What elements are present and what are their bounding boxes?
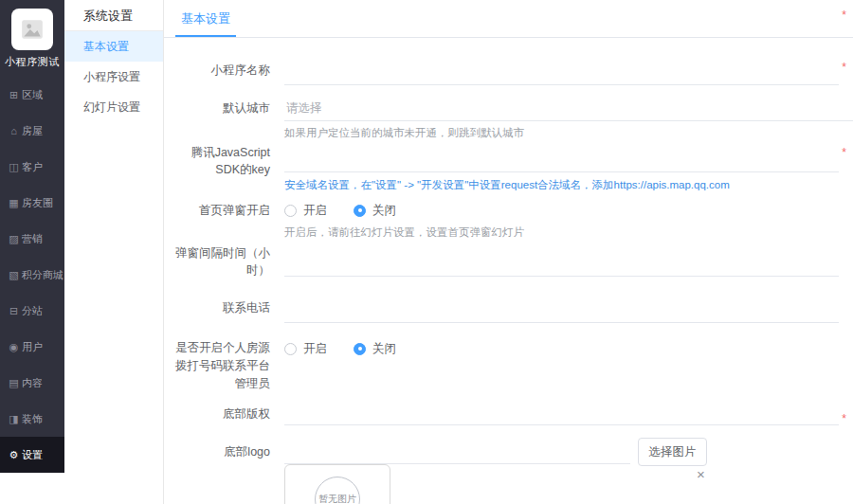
sidebar-item-substation[interactable]: ⊟ 分站 — [0, 293, 64, 329]
radio-label: 关闭 — [372, 203, 396, 219]
field-label: 联系电话 — [172, 298, 270, 317]
sidebar-item-house[interactable]: ⌂ 房屋 — [0, 113, 64, 149]
form-row-sdk-key: 腾讯JavaScript SDK的key 安全域名设置，在"设置" -> "开发… — [164, 144, 853, 188]
tab-bar: 基本设置 * — [164, 0, 853, 38]
sidebar-item-customer[interactable]: ◫ 客户 — [0, 149, 64, 185]
radio-personal-off[interactable]: 关闭 — [354, 341, 396, 357]
form-row-popup-interval: 弹窗间隔时间（小时） — [164, 244, 853, 279]
radio-checked-icon — [354, 343, 366, 355]
logo-upload-placeholder[interactable]: 暂无图片 — [284, 464, 390, 504]
submenu-item-slideshow-settings[interactable]: 幻灯片设置 — [64, 92, 163, 122]
radio-unchecked-icon — [284, 205, 297, 217]
tab-basic-settings[interactable]: 基本设置 — [175, 0, 236, 37]
remove-image-icon[interactable]: × — [697, 467, 705, 481]
substation-icon: ⊟ — [8, 305, 20, 317]
marketing-icon: ▨ — [8, 233, 20, 245]
sidebar-item-label: 客户 — [22, 160, 43, 174]
sidebar-item-label: 内容 — [22, 376, 43, 390]
sidebar-item-points-mall[interactable]: ▧ 积分商城 — [0, 257, 64, 293]
radio-label: 关闭 — [372, 341, 396, 357]
points-mall-icon: ▧ — [8, 269, 20, 281]
avatar — [11, 9, 53, 50]
sidebar-item-label: 积分商城 — [22, 268, 64, 282]
sidebar-item-label: 区域 — [22, 88, 43, 102]
required-mark: * — [842, 61, 846, 74]
field-help-link: 安全域名设置，在"设置" -> "开发设置"中设置request合法域名，添加h… — [284, 178, 730, 191]
decoration-icon: ◨ — [8, 413, 20, 425]
settings-icon: ⚙ — [8, 449, 20, 461]
form-row-logo-preview: 暂无图片 × — [164, 464, 853, 504]
form-row-personal-listing-call: 是否开启个人房源拨打号码联系平台管理员 开启 关闭 — [164, 339, 853, 394]
radio-label: 开启 — [303, 341, 327, 357]
housing-circle-icon: ▦ — [8, 197, 20, 209]
region-icon: ⊞ — [8, 89, 20, 101]
sidebar-item-content[interactable]: ▤ 内容 — [0, 365, 64, 401]
house-icon: ⌂ — [8, 125, 20, 136]
footer-copyright-input[interactable] — [284, 405, 839, 425]
brand-name: 小程序测试 — [0, 55, 64, 69]
sidebar-item-label: 营销 — [22, 232, 43, 246]
form-row-default-city: 默认城市 请选择 ▾ 如果用户定位当前的城市未开通，则跳到默认城市 — [164, 95, 853, 142]
radio-unchecked-icon — [284, 343, 297, 355]
photo-icon — [20, 17, 45, 42]
sidebar-item-housing-circle[interactable]: ▦ 房友圈 — [0, 185, 64, 221]
sidebar-item-user[interactable]: ◉ 用户 — [0, 329, 64, 365]
form-row-home-popup: 首页弹窗开启 开启 关闭 开启后，请前往幻灯片设置，设置首页弹窗幻灯片 — [164, 201, 853, 243]
form-row-app-name: 小程序名称 * — [164, 55, 853, 87]
sidebar-menu: ⊞ 区域 ⌂ 房屋 ◫ 客户 ▦ 房友圈 ▨ 营销 ▧ 积分商城 — [0, 77, 64, 473]
sidebar-item-decoration[interactable]: ◨ 装饰 — [0, 401, 64, 437]
footer-logo-input[interactable] — [284, 438, 630, 464]
field-label: 弹窗间隔时间（小时） — [172, 244, 270, 279]
field-label: 腾讯JavaScript SDK的key — [172, 144, 270, 178]
main-sidebar: 小程序测试 ⊞ 区域 ⌂ 房屋 ◫ 客户 ▦ 房友圈 ▨ 营销 — [0, 0, 64, 471]
sidebar-item-label: 设置 — [22, 448, 43, 462]
field-label: 是否开启个人房源拨打号码联系平台管理员 — [172, 339, 270, 393]
form-row-contact-phone: 联系电话 — [164, 298, 853, 325]
customer-icon: ◫ — [8, 161, 20, 173]
field-label: 底部logo — [172, 438, 270, 466]
no-image-circle: 暂无图片 — [315, 477, 360, 504]
submenu-item-basic-settings[interactable]: 基本设置 — [64, 31, 163, 62]
field-label: 底部版权 — [172, 405, 270, 423]
field-help: 如果用户定位当前的城市未开通，则跳到默认城市 — [284, 126, 524, 139]
sidebar-item-label: 房友圈 — [22, 196, 53, 210]
radio-checked-icon — [354, 205, 366, 217]
sidebar-item-label: 用户 — [22, 340, 43, 354]
field-label: 默认城市 — [172, 95, 270, 121]
required-mark: * — [842, 146, 846, 159]
submenu-item-miniprogram-settings[interactable]: 小程序设置 — [64, 62, 163, 92]
radio-label: 开启 — [303, 203, 327, 219]
pick-image-button[interactable]: 选择图片 — [638, 438, 707, 466]
field-help: 开启后，请前往幻灯片设置，设置首页弹窗幻灯片 — [284, 225, 524, 239]
default-city-select[interactable]: 请选择 ▾ — [284, 95, 853, 121]
user-icon: ◉ — [8, 341, 20, 353]
sidebar-item-marketing[interactable]: ▨ 营销 — [0, 221, 64, 257]
radio-popup-off[interactable]: 关闭 — [354, 203, 396, 219]
select-placeholder: 请选择 — [286, 99, 322, 116]
app-window: 小程序测试 ⊞ 区域 ⌂ 房屋 ◫ 客户 ▦ 房友圈 ▨ 营销 — [0, 0, 853, 504]
basic-settings-form: 小程序名称 * 默认城市 请选择 ▾ 如果用户定位当前的城市未开通，则跳到默认城… — [164, 38, 853, 504]
radio-popup-on[interactable]: 开启 — [284, 203, 327, 219]
required-mark: * — [842, 9, 846, 22]
field-label: 小程序名称 — [172, 55, 270, 85]
sdk-key-input[interactable] — [284, 152, 839, 172]
contact-phone-input[interactable] — [284, 298, 839, 323]
settings-submenu: 系统设置 基本设置 小程序设置 幻灯片设置 — [64, 0, 164, 504]
field-label: 首页弹窗开启 — [172, 201, 270, 220]
app-name-input[interactable] — [284, 55, 839, 85]
submenu-title: 系统设置 — [64, 0, 163, 31]
content-icon: ▤ — [8, 377, 20, 389]
sidebar-item-settings[interactable]: ⚙ 设置 — [0, 437, 64, 473]
brand-block: 小程序测试 — [0, 0, 64, 69]
sidebar-item-label: 分站 — [22, 304, 43, 318]
sidebar-item-region[interactable]: ⊞ 区域 — [0, 77, 64, 113]
sidebar-item-label: 装饰 — [22, 412, 43, 426]
form-row-footer-copyright: 底部版权 * — [164, 405, 853, 427]
main-content: 基本设置 * 小程序名称 * 默认城市 请选择 ▾ 如果用户定位当前的城市未开通… — [164, 0, 853, 504]
popup-interval-input[interactable] — [284, 244, 839, 277]
required-mark: * — [842, 412, 846, 425]
radio-personal-on[interactable]: 开启 — [284, 341, 327, 357]
sidebar-item-label: 房屋 — [22, 124, 43, 138]
no-image-text: 暂无图片 — [318, 493, 356, 504]
